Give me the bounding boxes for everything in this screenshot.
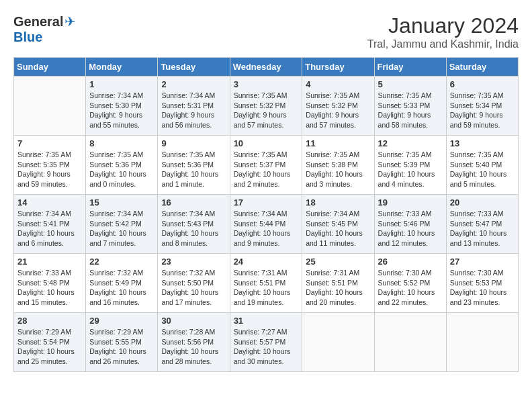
day-number: 6 — [450, 79, 515, 89]
column-header-wednesday: Wednesday — [230, 58, 302, 77]
day-info: Sunrise: 7:35 AM Sunset: 5:33 PM Dayligh… — [378, 91, 443, 130]
day-number: 17 — [234, 197, 299, 208]
day-number: 22 — [89, 257, 154, 267]
column-header-sunday: Sunday — [14, 58, 86, 77]
day-number: 25 — [306, 257, 370, 267]
calendar-cell: 23Sunrise: 7:32 AM Sunset: 5:50 PM Dayli… — [158, 254, 230, 313]
day-number: 3 — [234, 79, 299, 89]
calendar-cell: 25Sunrise: 7:31 AM Sunset: 5:51 PM Dayli… — [302, 254, 374, 313]
calendar-cell: 20Sunrise: 7:33 AM Sunset: 5:47 PM Dayli… — [446, 195, 518, 254]
calendar-cell: 2Sunrise: 7:34 AM Sunset: 5:31 PM Daylig… — [158, 77, 230, 136]
day-number: 27 — [450, 257, 515, 267]
calendar-cell: 8Sunrise: 7:35 AM Sunset: 5:36 PM Daylig… — [86, 136, 158, 195]
calendar-week-row: 7Sunrise: 7:35 AM Sunset: 5:35 PM Daylig… — [14, 136, 519, 195]
day-number: 10 — [234, 138, 299, 148]
logo-general: General — [13, 14, 63, 30]
column-header-tuesday: Tuesday — [158, 58, 230, 77]
calendar-cell: 18Sunrise: 7:34 AM Sunset: 5:45 PM Dayli… — [302, 195, 374, 254]
calendar-cell: 12Sunrise: 7:35 AM Sunset: 5:39 PM Dayli… — [374, 136, 446, 195]
calendar-cell: 22Sunrise: 7:32 AM Sunset: 5:49 PM Dayli… — [86, 254, 158, 313]
calendar-cell: 1Sunrise: 7:34 AM Sunset: 5:30 PM Daylig… — [86, 77, 158, 136]
day-info: Sunrise: 7:34 AM Sunset: 5:31 PM Dayligh… — [161, 91, 226, 130]
day-info: Sunrise: 7:32 AM Sunset: 5:50 PM Dayligh… — [161, 268, 226, 308]
calendar-cell: 16Sunrise: 7:34 AM Sunset: 5:43 PM Dayli… — [158, 195, 230, 254]
calendar-cell: 10Sunrise: 7:35 AM Sunset: 5:37 PM Dayli… — [230, 136, 302, 195]
day-info: Sunrise: 7:33 AM Sunset: 5:48 PM Dayligh… — [17, 268, 82, 308]
page-header: General ✈ Blue January 2024 Tral, Jammu … — [13, 13, 519, 50]
calendar-cell: 28Sunrise: 7:29 AM Sunset: 5:54 PM Dayli… — [14, 313, 86, 372]
day-number: 9 — [161, 138, 226, 148]
title-section: January 2024 Tral, Jammu and Kashmir, In… — [367, 13, 519, 50]
day-info: Sunrise: 7:35 AM Sunset: 5:36 PM Dayligh… — [89, 150, 154, 189]
day-number: 26 — [378, 257, 443, 267]
calendar-cell — [14, 77, 86, 136]
day-number: 28 — [17, 316, 82, 326]
day-info: Sunrise: 7:28 AM Sunset: 5:56 PM Dayligh… — [161, 327, 226, 367]
day-info: Sunrise: 7:34 AM Sunset: 5:44 PM Dayligh… — [234, 209, 299, 248]
day-number: 11 — [306, 138, 370, 148]
day-info: Sunrise: 7:34 AM Sunset: 5:42 PM Dayligh… — [89, 209, 154, 248]
day-info: Sunrise: 7:34 AM Sunset: 5:30 PM Dayligh… — [89, 91, 154, 130]
day-info: Sunrise: 7:35 AM Sunset: 5:34 PM Dayligh… — [450, 91, 515, 130]
calendar-cell: 9Sunrise: 7:35 AM Sunset: 5:36 PM Daylig… — [158, 136, 230, 195]
day-info: Sunrise: 7:31 AM Sunset: 5:51 PM Dayligh… — [234, 268, 299, 308]
calendar-week-row: 21Sunrise: 7:33 AM Sunset: 5:48 PM Dayli… — [14, 254, 519, 313]
day-info: Sunrise: 7:33 AM Sunset: 5:47 PM Dayligh… — [450, 209, 515, 248]
calendar-cell: 27Sunrise: 7:30 AM Sunset: 5:53 PM Dayli… — [446, 254, 518, 313]
calendar-cell: 11Sunrise: 7:35 AM Sunset: 5:38 PM Dayli… — [302, 136, 374, 195]
calendar-week-row: 1Sunrise: 7:34 AM Sunset: 5:30 PM Daylig… — [14, 77, 519, 136]
calendar-cell — [302, 313, 374, 372]
column-header-friday: Friday — [374, 58, 446, 77]
calendar-cell: 21Sunrise: 7:33 AM Sunset: 5:48 PM Dayli… — [14, 254, 86, 313]
day-number: 29 — [89, 316, 154, 326]
logo-blue: Blue — [13, 30, 42, 45]
day-number: 31 — [234, 316, 299, 326]
day-info: Sunrise: 7:29 AM Sunset: 5:54 PM Dayligh… — [17, 327, 82, 367]
day-info: Sunrise: 7:29 AM Sunset: 5:55 PM Dayligh… — [89, 327, 154, 367]
day-number: 16 — [161, 197, 226, 208]
calendar-week-row: 14Sunrise: 7:34 AM Sunset: 5:41 PM Dayli… — [14, 195, 519, 254]
calendar-cell — [374, 313, 446, 372]
calendar-cell: 26Sunrise: 7:30 AM Sunset: 5:52 PM Dayli… — [374, 254, 446, 313]
day-info: Sunrise: 7:34 AM Sunset: 5:43 PM Dayligh… — [161, 209, 226, 248]
logo: General ✈ Blue — [13, 13, 76, 45]
day-number: 13 — [450, 138, 515, 148]
calendar-cell: 13Sunrise: 7:35 AM Sunset: 5:40 PM Dayli… — [446, 136, 518, 195]
day-info: Sunrise: 7:27 AM Sunset: 5:57 PM Dayligh… — [234, 327, 299, 367]
calendar-cell: 30Sunrise: 7:28 AM Sunset: 5:56 PM Dayli… — [158, 313, 230, 372]
calendar-cell: 31Sunrise: 7:27 AM Sunset: 5:57 PM Dayli… — [230, 313, 302, 372]
calendar-cell: 15Sunrise: 7:34 AM Sunset: 5:42 PM Dayli… — [86, 195, 158, 254]
calendar-cell: 5Sunrise: 7:35 AM Sunset: 5:33 PM Daylig… — [374, 77, 446, 136]
calendar-cell: 14Sunrise: 7:34 AM Sunset: 5:41 PM Dayli… — [14, 195, 86, 254]
column-header-thursday: Thursday — [302, 58, 374, 77]
day-number: 4 — [306, 79, 370, 89]
column-header-saturday: Saturday — [446, 58, 518, 77]
logo-bird-icon: ✈ — [64, 13, 76, 30]
day-number: 21 — [17, 257, 82, 267]
day-info: Sunrise: 7:34 AM Sunset: 5:45 PM Dayligh… — [306, 209, 370, 248]
day-info: Sunrise: 7:35 AM Sunset: 5:32 PM Dayligh… — [234, 91, 299, 130]
day-info: Sunrise: 7:35 AM Sunset: 5:36 PM Dayligh… — [161, 150, 226, 189]
day-number: 15 — [89, 197, 154, 208]
day-number: 30 — [161, 316, 226, 326]
day-number: 1 — [89, 79, 154, 89]
day-info: Sunrise: 7:35 AM Sunset: 5:40 PM Dayligh… — [450, 150, 515, 189]
calendar-table: SundayMondayTuesdayWednesdayThursdayFrid… — [13, 57, 519, 372]
calendar-week-row: 28Sunrise: 7:29 AM Sunset: 5:54 PM Dayli… — [14, 313, 519, 372]
day-info: Sunrise: 7:35 AM Sunset: 5:32 PM Dayligh… — [306, 91, 370, 130]
day-info: Sunrise: 7:30 AM Sunset: 5:53 PM Dayligh… — [450, 268, 515, 308]
day-number: 18 — [306, 197, 370, 208]
day-info: Sunrise: 7:35 AM Sunset: 5:39 PM Dayligh… — [378, 150, 443, 189]
day-info: Sunrise: 7:33 AM Sunset: 5:46 PM Dayligh… — [378, 209, 443, 248]
day-info: Sunrise: 7:34 AM Sunset: 5:41 PM Dayligh… — [17, 209, 82, 248]
calendar-cell: 17Sunrise: 7:34 AM Sunset: 5:44 PM Dayli… — [230, 195, 302, 254]
calendar-cell: 7Sunrise: 7:35 AM Sunset: 5:35 PM Daylig… — [14, 136, 86, 195]
day-number: 8 — [89, 138, 154, 148]
calendar-header-row: SundayMondayTuesdayWednesdayThursdayFrid… — [14, 58, 519, 77]
day-info: Sunrise: 7:35 AM Sunset: 5:37 PM Dayligh… — [234, 150, 299, 189]
location: Tral, Jammu and Kashmir, India — [367, 38, 519, 50]
month-year: January 2024 — [367, 13, 519, 38]
calendar-cell: 4Sunrise: 7:35 AM Sunset: 5:32 PM Daylig… — [302, 77, 374, 136]
calendar-cell — [446, 313, 518, 372]
calendar-cell: 29Sunrise: 7:29 AM Sunset: 5:55 PM Dayli… — [86, 313, 158, 372]
